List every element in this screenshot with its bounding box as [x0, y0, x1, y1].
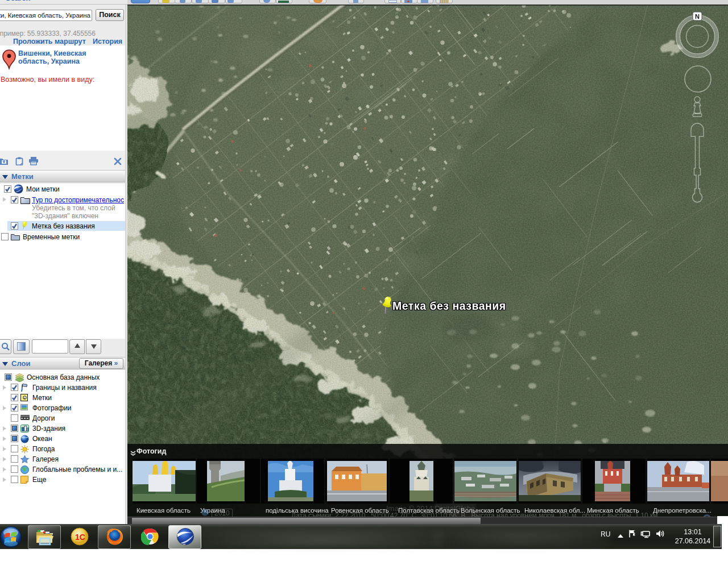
svg-text:N: N [695, 13, 700, 20]
svg-text:1С: 1С [75, 533, 85, 542]
